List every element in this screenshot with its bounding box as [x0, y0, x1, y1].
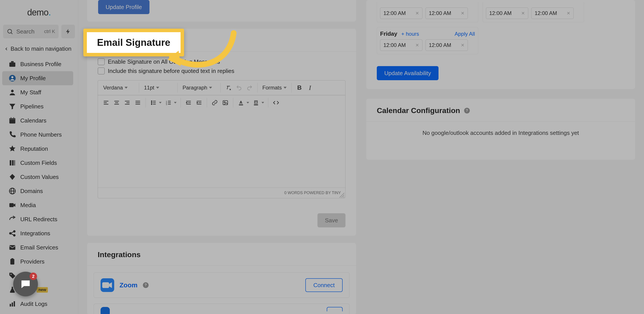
text-color-button[interactable]: A [236, 98, 246, 108]
search-input[interactable]: Search ctrl K [3, 25, 59, 38]
block-format-select[interactable]: Paragraph [180, 83, 218, 92]
clear-time-icon[interactable]: ✕ [461, 42, 464, 48]
apply-all-link[interactable]: Apply All [454, 31, 475, 37]
chevron-down-icon[interactable] [246, 101, 249, 104]
connect-button-partial[interactable] [327, 307, 342, 311]
formats-select[interactable]: Formats [260, 83, 289, 92]
envelope-icon [8, 244, 16, 251]
highlight-icon: A [253, 100, 259, 106]
time-start-input[interactable]: 12:00 AM ✕ [486, 7, 528, 19]
help-icon[interactable]: ? [143, 282, 148, 288]
font-family-select[interactable]: Verdana [101, 83, 136, 92]
numbered-list-button[interactable]: 123 [163, 98, 174, 108]
svg-text:A: A [255, 101, 257, 104]
code-icon [273, 100, 279, 106]
sidebar-item-custom-fields[interactable]: Custom Fields [2, 156, 73, 170]
align-right-button[interactable] [122, 98, 132, 108]
time-value: 12:00 AM [384, 10, 406, 16]
sidebar-item-label: Reputation [20, 145, 48, 152]
indent-button[interactable] [194, 98, 204, 108]
svg-line-21 [11, 232, 14, 233]
clear-time-icon[interactable]: ✕ [415, 42, 419, 48]
sidebar-item-my-staff[interactable]: My Staff [2, 85, 73, 99]
sidebar-item-custom-values[interactable]: Custom Values [2, 170, 73, 184]
sidebar-item-label: Providers [20, 258, 44, 265]
align-center-button[interactable] [112, 98, 122, 108]
svg-rect-2 [10, 63, 16, 67]
clear-formatting-button[interactable] [223, 83, 234, 93]
time-end-input[interactable]: 12:00 AM ✕ [426, 39, 468, 51]
svg-rect-8 [10, 118, 16, 120]
undo-button[interactable] [234, 83, 244, 93]
help-icon[interactable]: ? [464, 108, 470, 113]
profile-card-bottom: Update Profile [87, 0, 356, 21]
code-button[interactable] [271, 98, 281, 108]
highlight-color-button[interactable]: A [251, 98, 261, 108]
sidebar-item-media[interactable]: Media [2, 198, 73, 212]
align-justify-button[interactable] [133, 98, 143, 108]
time-end-input[interactable]: 12:00 AM ✕ [531, 7, 574, 19]
time-end-input[interactable]: 12:00 AM ✕ [426, 7, 468, 19]
sidebar-item-email-services[interactable]: Email Services [2, 240, 73, 255]
integration-icon [100, 307, 110, 314]
svg-rect-12 [12, 160, 14, 165]
sidebar-item-my-profile[interactable]: My Profile [2, 71, 73, 85]
sidebar-item-integrations[interactable]: Integrations [2, 226, 73, 240]
zoom-icon [100, 278, 114, 292]
update-availability-button[interactable]: Update Availability [377, 66, 438, 80]
sidebar-item-business-profile[interactable]: Business Profile [2, 57, 73, 71]
outdent-button[interactable] [184, 98, 194, 108]
update-profile-button[interactable]: Update Profile [98, 0, 150, 14]
sidebar-item-reputation[interactable]: Reputation [2, 142, 73, 156]
italic-button[interactable]: I [305, 83, 315, 93]
clear-time-icon[interactable]: ✕ [461, 10, 464, 16]
enable-signature-checkbox[interactable] [98, 58, 105, 65]
redo-button[interactable] [244, 83, 255, 93]
image-button[interactable] [220, 98, 230, 108]
align-left-button[interactable] [101, 98, 111, 108]
chevron-down-icon[interactable] [262, 101, 264, 104]
sidebar-item-domains[interactable]: Domains [2, 184, 73, 198]
add-hours-link[interactable]: + hours [401, 31, 419, 37]
sidebar-item-tags[interactable]: Tags [2, 269, 73, 283]
sidebar-item-pipelines[interactable]: Pipelines [2, 99, 73, 113]
clear-time-icon[interactable]: ✕ [521, 10, 525, 16]
time-start-input[interactable]: 12:00 AM ✕ [380, 39, 422, 51]
clear-time-icon[interactable]: ✕ [566, 10, 570, 16]
chevron-down-icon [209, 86, 212, 89]
briefcase-icon [8, 60, 16, 68]
chat-widget-button[interactable]: 2 [13, 272, 38, 296]
font-size-select[interactable]: 11pt [142, 83, 175, 92]
sidebar-item-url-redirects[interactable]: URL Redirects [2, 212, 73, 226]
svg-point-6 [11, 90, 14, 92]
svg-text:3: 3 [166, 103, 167, 106]
sidebar-item-providers[interactable]: Providers [2, 255, 73, 269]
chevron-down-icon[interactable] [159, 101, 162, 104]
svg-point-0 [8, 29, 12, 33]
back-to-main-nav[interactable]: Back to main navigation [0, 42, 78, 57]
quick-actions-button[interactable] [61, 25, 75, 38]
bold-button[interactable]: B [294, 83, 304, 93]
integrations-card: Integrations Zoom ? Connect [87, 243, 356, 314]
svg-rect-29 [14, 301, 15, 307]
include-before-quoted-checkbox[interactable] [98, 67, 105, 74]
chevron-down-icon[interactable] [174, 101, 176, 104]
signature-textarea[interactable] [98, 110, 345, 188]
sidebar-item-phone-numbers[interactable]: Phone Numbers [2, 128, 73, 142]
sidebar-item-label: Media [20, 202, 36, 209]
link-button[interactable] [210, 98, 220, 108]
save-signature-button[interactable]: Save [318, 213, 346, 227]
connect-zoom-button[interactable]: Connect [305, 278, 342, 292]
clear-time-icon[interactable]: ✕ [415, 10, 419, 16]
resize-grip-icon[interactable] [340, 193, 344, 198]
time-start-input[interactable]: 12:00 AM ✕ [380, 7, 422, 19]
search-placeholder: Search [16, 28, 44, 35]
tutorial-arrow [163, 29, 238, 82]
integration-title[interactable]: Zoom [120, 281, 138, 289]
sidebar-item-calendars[interactable]: Calendars [2, 113, 73, 128]
availability-card: 12:00 AM ✕ 12:00 AM ✕ 12:00 [366, 0, 635, 89]
svg-rect-3 [11, 61, 14, 63]
sidebar-item-audit-logs[interactable]: Audit Logs [2, 297, 73, 311]
svg-rect-27 [10, 304, 11, 307]
bullet-list-button[interactable] [148, 98, 158, 108]
